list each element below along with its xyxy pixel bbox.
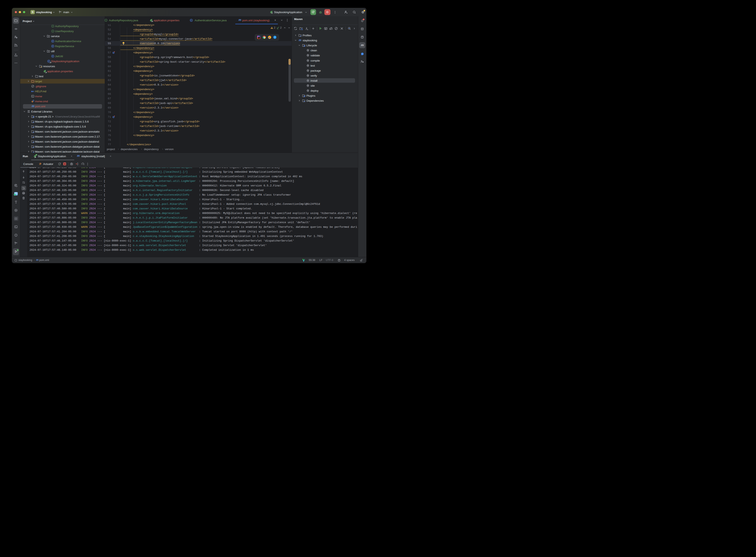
svg-text:C: C [191, 19, 192, 21]
svg-text:I: I [53, 30, 53, 32]
svg-text:C: C [52, 55, 54, 57]
svg-text:C: C [52, 40, 54, 42]
svg-text:I: I [53, 25, 53, 27]
svg-text:C: C [52, 45, 54, 47]
svg-text:I: I [106, 19, 106, 21]
